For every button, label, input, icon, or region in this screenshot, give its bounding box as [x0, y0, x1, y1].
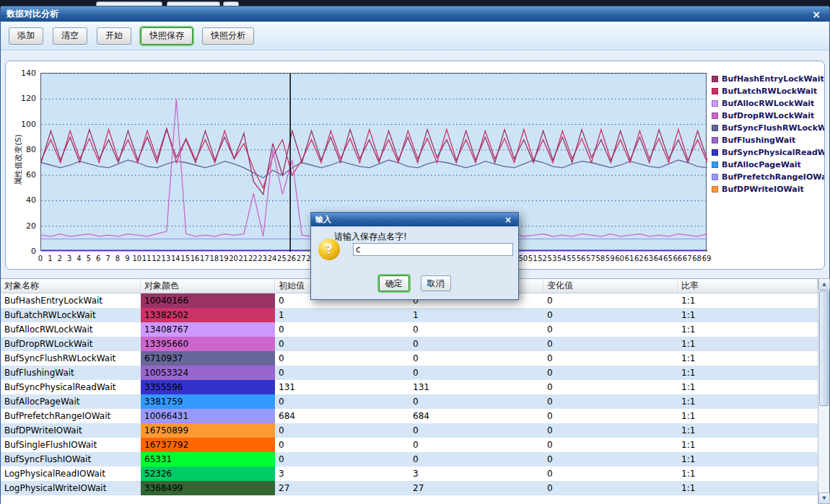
cell-initial-value: 0	[275, 337, 409, 351]
legend-swatch	[712, 76, 718, 82]
cell-change-value	[543, 495, 678, 504]
snapshot-save-button[interactable]: 快照保存	[141, 27, 193, 45]
table-scrollbar[interactable]: ▲ ▼	[818, 278, 829, 504]
cell-object-color: 10040166	[141, 293, 275, 308]
legend-swatch	[712, 125, 718, 131]
y-tick-label: 40	[10, 195, 36, 205]
table-row[interactable]: BufSyncPhysicalReadWait335559613113101:1	[1, 380, 818, 394]
cell-object-color: 3355596	[141, 380, 275, 394]
cell-current-value: 0	[409, 423, 543, 438]
y-tick-label: 100	[10, 120, 36, 129]
savepoint-name-input[interactable]	[353, 243, 513, 256]
legend-item: BufPrefetchRangeIOWa...	[712, 171, 824, 183]
table-row[interactable]: BufLatchRWLockWait133825021101:1	[1, 308, 818, 322]
table-body: BufHashEntryLockWait100401660001:1BufLat…	[1, 293, 818, 504]
start-button[interactable]: 开始	[97, 27, 131, 45]
cell-ratio: 1:1	[678, 337, 818, 351]
cell-ratio: 1:1	[678, 481, 818, 495]
dialog-titlebar[interactable]: 输入 ×	[311, 213, 518, 226]
cell-initial-value: 0	[275, 423, 409, 438]
table-row[interactable]: LogPhysicalWriteIOWait3368499272701:1	[1, 481, 818, 495]
cell-object-color: 65331	[141, 452, 275, 467]
cell-ratio: 1:1	[678, 322, 818, 337]
dialog-buttons: 确定 取消	[311, 275, 518, 291]
cell-ratio	[678, 495, 818, 504]
cell-object-color: 52326	[141, 467, 275, 481]
scroll-thumb[interactable]	[819, 291, 829, 406]
ok-button[interactable]: 确定	[379, 275, 409, 291]
cell-change-value: 0	[543, 481, 678, 495]
cell-initial-value: 27	[275, 481, 409, 495]
y-tick-label: 0	[10, 247, 36, 256]
legend-item: BufDropRWLockWait	[712, 110, 824, 122]
window-title: 数据对比分析	[6, 8, 58, 20]
table-row[interactable]: BufAllocRWLockWait134087670001:1	[1, 322, 818, 337]
cell-current-value: 0	[409, 351, 543, 366]
cell-initial-value: 0	[275, 322, 409, 337]
cell-object-color: 13382502	[141, 308, 275, 322]
add-button[interactable]: 添加	[9, 27, 43, 45]
snapshot-analyze-button[interactable]: 快照分析	[202, 27, 254, 45]
cell-current-value	[409, 495, 543, 504]
cell-current-value: 1	[409, 308, 543, 322]
table-row[interactable]: BufFlushingWait100533240001:1	[1, 366, 818, 380]
column-header[interactable]: 变化值	[543, 279, 678, 293]
question-icon: ?	[318, 239, 340, 260]
cell-object-name: BufDropRWLockWait	[1, 337, 141, 351]
cell-object-name: BufFlushingWait	[1, 366, 141, 380]
cell-object-name: BufSingleFlushIOWait	[1, 438, 141, 452]
clear-button[interactable]: 清空	[53, 27, 87, 45]
legend-label: BufLatchRWLockWait	[722, 87, 817, 96]
legend-swatch	[712, 88, 718, 94]
dialog-message: 请输入保存点名字!	[334, 231, 407, 243]
table-row[interactable]: BufPrefetchRangeIOWait1006643168468401:1	[1, 409, 818, 423]
scroll-up-button[interactable]: ▲	[818, 278, 830, 290]
table-row[interactable]: BufSyncFlushRWLockWait67109370001:1	[1, 351, 818, 366]
window-titlebar[interactable]: 数据对比分析 ×	[1, 6, 829, 22]
scroll-down-button[interactable]: ▼	[818, 492, 830, 504]
cell-change-value: 0	[543, 452, 678, 467]
legend-item: BufAllocRWLockWait	[712, 97, 824, 110]
cell-initial-value: 131	[275, 380, 409, 394]
cell-ratio: 1:1	[678, 366, 818, 380]
legend-label: BufHashEntryLockWait	[722, 74, 824, 84]
table-row[interactable]: BufSingleFlushIOWait167377920001:1	[1, 438, 818, 452]
legend-item: BufDPWriteIOWait	[712, 183, 824, 195]
cell-object-name: BufSyncFlushIOWait	[1, 452, 141, 467]
window-close-button[interactable]: ×	[809, 9, 824, 20]
cell-object-color: 10066431	[141, 409, 275, 423]
cell-object-name: LogPhysicalReadIOWait	[1, 467, 141, 481]
column-header[interactable]: 对象颜色	[141, 279, 275, 293]
cell-change-value: 0	[543, 409, 678, 423]
background-tab-bar: 数据分析 日志分析	[0, 0, 830, 6]
cell-current-value: 131	[409, 380, 543, 394]
legend-swatch	[712, 100, 718, 107]
table-row[interactable]: BufDPWriteIOWait167508990001:1	[1, 423, 818, 438]
dialog-title: 输入	[315, 214, 331, 225]
cell-current-value: 0	[409, 452, 543, 467]
legend-swatch	[712, 186, 718, 193]
column-header[interactable]: 比率	[678, 279, 818, 293]
dialog-close-button[interactable]: ×	[502, 215, 514, 225]
dialog-body: 请输入保存点名字! ? 确定 取消	[311, 226, 518, 300]
cell-initial-value: 684	[275, 409, 409, 423]
table-row[interactable]	[1, 495, 818, 504]
legend-label: BufSyncPhysicalReadW...	[722, 148, 824, 157]
table-row[interactable]: BufAllocPageWait33817590001:1	[1, 394, 818, 409]
cell-initial-value: 0	[275, 351, 409, 366]
input-dialog: 输入 × 请输入保存点名字! ? 确定 取消	[310, 212, 519, 300]
cell-object-name: BufAllocPageWait	[1, 394, 141, 409]
cell-object-color: 16750899	[141, 423, 275, 438]
cancel-button[interactable]: 取消	[421, 275, 451, 291]
cell-initial-value: 0	[275, 366, 409, 380]
cell-object-color: 3368499	[141, 481, 275, 495]
cell-change-value: 0	[543, 308, 678, 322]
table-row[interactable]: BufSyncFlushIOWait653310001:1	[1, 452, 818, 467]
table-row[interactable]: BufDropRWLockWait133956600001:1	[1, 337, 818, 351]
cell-change-value: 0	[543, 322, 678, 337]
cell-current-value: 0	[409, 337, 543, 351]
legend-label: BufFlushingWait	[722, 136, 795, 145]
cell-ratio: 1:1	[678, 394, 818, 409]
table-row[interactable]: LogPhysicalReadIOWait523263301:1	[1, 467, 818, 481]
column-header[interactable]: 对象名称	[1, 279, 141, 293]
